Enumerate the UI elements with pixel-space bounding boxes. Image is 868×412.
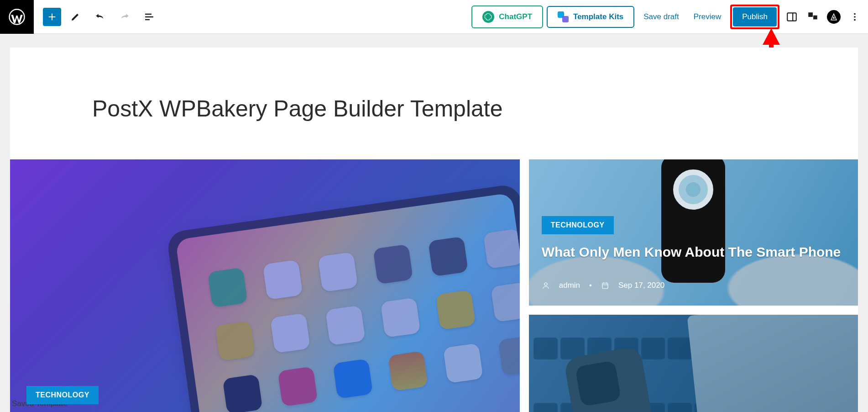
svg-point-6 (854, 16, 856, 18)
camera-ring-image (673, 169, 713, 210)
post-small-1-overlay: TECHNOLOGY What Only Men Know About The … (542, 216, 841, 260)
astra-button[interactable] (825, 8, 842, 26)
post-author[interactable]: admin (559, 281, 580, 290)
redo-icon (119, 11, 131, 23)
page-title[interactable]: PostX WPBakery Page Builder Template (10, 48, 858, 122)
astra-icon (827, 10, 841, 24)
plus-icon (47, 12, 57, 22)
publish-button[interactable]: Publish (733, 7, 777, 26)
iphone-image (563, 346, 664, 412)
editor-toolbar: ChatGPT Template Kits Save draft Preview… (0, 0, 868, 34)
kebab-icon (850, 12, 860, 22)
calendar-icon (601, 281, 609, 290)
preview-button[interactable]: Preview (688, 9, 727, 25)
edit-tools-button[interactable] (65, 6, 86, 27)
more-options-button[interactable] (846, 8, 863, 26)
svg-point-5 (854, 13, 856, 15)
category-badge[interactable]: TECHNOLOGY (542, 216, 614, 234)
svg-rect-4 (813, 15, 817, 19)
post-title[interactable]: What Only Men Know About The Smart Phone (542, 244, 841, 260)
svg-rect-1 (787, 13, 796, 21)
save-draft-button[interactable]: Save draft (638, 9, 685, 25)
settings-sidebar-toggle[interactable] (783, 8, 800, 26)
post-small-2[interactable]: TECHNOLOGY (529, 315, 858, 412)
chatgpt-icon (482, 11, 494, 23)
list-view-icon (144, 11, 155, 22)
user-icon (542, 281, 550, 290)
post-meta: admin • Sep 17, 2020 (542, 281, 664, 290)
pencil-icon (70, 11, 81, 22)
wordpress-logo[interactable] (0, 0, 34, 34)
macbook-image (687, 315, 858, 412)
category-badge[interactable]: TECHNOLOGY (26, 386, 99, 404)
meta-separator: • (589, 281, 592, 290)
redo-button[interactable] (114, 6, 135, 27)
keyboard-image (529, 315, 858, 412)
add-block-button[interactable] (43, 8, 61, 26)
svg-point-10 (544, 283, 547, 285)
template-kits-icon (558, 11, 569, 22)
svg-point-7 (854, 19, 856, 21)
svg-rect-3 (808, 12, 813, 17)
undo-button[interactable] (89, 6, 110, 27)
post-large-overlay: TECHNOLOGY (26, 386, 99, 404)
posts-grid: TECHNOLOGY TECHNOLOGY What Only Men Know… (10, 122, 858, 412)
post-small-1[interactable]: TECHNOLOGY What Only Men Know About The … (529, 159, 858, 306)
chatgpt-label: ChatGPT (499, 12, 532, 21)
post-large[interactable]: TECHNOLOGY (10, 159, 520, 412)
toolbar-right: ChatGPT Template Kits Save draft Preview… (471, 5, 868, 29)
template-kits-label: Template Kits (573, 12, 623, 21)
post-date: Sep 17, 2020 (618, 281, 664, 290)
posts-right-column: TECHNOLOGY What Only Men Know About The … (529, 159, 858, 412)
chatgpt-button[interactable]: ChatGPT (471, 5, 543, 28)
document-overview-button[interactable] (139, 6, 160, 27)
blocks-icon (807, 11, 819, 23)
svg-rect-11 (602, 283, 608, 289)
plugin-panel-button[interactable] (804, 8, 821, 26)
toolbar-left (34, 6, 160, 27)
undo-icon (94, 11, 106, 23)
template-kits-button[interactable]: Template Kits (547, 6, 634, 28)
wordpress-icon (9, 9, 25, 25)
publish-highlight-annotation: Publish (730, 5, 779, 29)
sidebar-icon (786, 11, 798, 23)
ipad-device-image (166, 183, 520, 412)
editor-canvas-wrapper: PostX WPBakery Page Builder Template (0, 34, 868, 412)
page-canvas[interactable]: PostX WPBakery Page Builder Template (10, 48, 858, 412)
